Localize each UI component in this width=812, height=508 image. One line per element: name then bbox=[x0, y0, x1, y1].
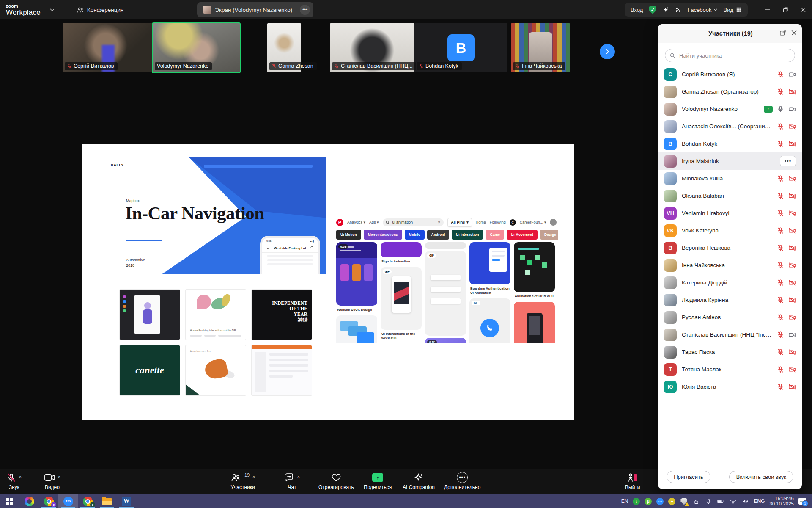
tag-pill-8[interactable]: Design bbox=[540, 230, 558, 240]
participant-row-5[interactable]: BBohdan Kotyk bbox=[658, 135, 802, 152]
profile-menu[interactable]: CareerFoun... ▾ bbox=[520, 220, 546, 224]
taskbar-explorer[interactable] bbox=[97, 494, 117, 508]
pin[interactable]: 0:12 bbox=[425, 338, 466, 343]
mic-tray-icon[interactable] bbox=[705, 497, 712, 505]
participant-search[interactable] bbox=[665, 49, 795, 62]
participant-row-12[interactable]: Інна Чайковська bbox=[658, 257, 802, 274]
ai-companion-button[interactable]: AI Companion bbox=[403, 472, 435, 490]
minimize-button[interactable] bbox=[759, 0, 776, 19]
download-tray-icon[interactable]: ↓ bbox=[633, 498, 640, 505]
pin[interactable] bbox=[514, 242, 555, 292]
notification-center-icon[interactable]: 1 bbox=[798, 497, 806, 505]
chevron-down-icon[interactable] bbox=[50, 7, 55, 12]
participant-row-16[interactable]: Станіслав Василішин (ННЦ "Інститут... bbox=[658, 326, 802, 343]
wifi-tray-icon[interactable] bbox=[729, 497, 737, 505]
tag-pill-3[interactable]: Mobile bbox=[405, 230, 425, 240]
analytics-menu[interactable]: Analytics ▾ bbox=[347, 220, 365, 224]
pinterest-logo-icon[interactable]: P bbox=[336, 219, 343, 226]
pin-title[interactable]: UI interactions of the week #98 bbox=[381, 332, 421, 340]
video-tile-6[interactable]: Інна Чайковська bbox=[511, 23, 570, 72]
participant-row-1[interactable]: CСергій Виткалов (Я) bbox=[658, 66, 802, 83]
leave-button[interactable]: Выйти bbox=[625, 472, 640, 490]
clock[interactable]: 16:09:46 30.10.2025 bbox=[769, 496, 794, 507]
close-panel-icon[interactable] bbox=[791, 30, 797, 37]
pin[interactable]: 0:08 bbox=[336, 242, 377, 306]
participant-row-8[interactable]: Oksana Balaban bbox=[658, 187, 802, 204]
tag-pill-7[interactable]: Ui Movement bbox=[507, 230, 538, 240]
facebook-menu[interactable]: Facebook bbox=[687, 7, 717, 13]
taskbar-zoom[interactable]: zm bbox=[58, 494, 78, 508]
all-pins-dropdown[interactable]: All Pins ▾ bbox=[447, 218, 472, 227]
participant-row-14[interactable]: Людмила Курінна bbox=[658, 291, 802, 309]
volume-tray-icon[interactable] bbox=[741, 497, 749, 505]
pin[interactable] bbox=[381, 242, 422, 257]
participant-row-2[interactable]: Ganna Zhosan (Организатор) bbox=[658, 83, 802, 100]
video-tile-1[interactable]: Сергій Виткалов bbox=[63, 23, 152, 72]
ads-menu[interactable]: Ads ▾ bbox=[369, 220, 379, 224]
zoom-tray-icon[interactable]: zm bbox=[656, 498, 664, 505]
pin-title[interactable]: Sign In Animation bbox=[381, 260, 421, 264]
tag-pill-1[interactable]: Ui Motion bbox=[336, 230, 361, 240]
tab-meeting[interactable]: Конференция bbox=[71, 2, 130, 17]
security-shield-icon[interactable]: ✓ bbox=[649, 6, 656, 14]
utorrent-tray-icon[interactable]: µ bbox=[645, 498, 652, 505]
battery-tray-icon[interactable] bbox=[717, 497, 724, 505]
video-tile-4[interactable]: Станіслав Василішин (ННЦ... bbox=[330, 23, 414, 72]
messages-icon[interactable] bbox=[550, 219, 557, 226]
popout-icon[interactable] bbox=[779, 29, 786, 38]
participant-row-11[interactable]: ВВероніка Пєшкова bbox=[658, 239, 802, 257]
chat-options-chevron[interactable]: ^ bbox=[297, 475, 300, 480]
participant-row-3[interactable]: Volodymyr Nazarenko↑ bbox=[658, 100, 802, 118]
usb-tray-icon[interactable] bbox=[692, 497, 700, 505]
react-button[interactable]: Отреагировать bbox=[318, 472, 354, 490]
tab-screen-share[interactable]: Экран (Volodymyr Nazarenko) ••• bbox=[197, 2, 313, 17]
next-participants-button[interactable] bbox=[600, 44, 615, 59]
participant-row-17[interactable]: Тарас Паска bbox=[658, 343, 802, 361]
pin[interactable] bbox=[425, 242, 466, 249]
participants-options-chevron[interactable]: ^ bbox=[252, 475, 255, 480]
participant-row-13[interactable]: Катерина Діордій bbox=[658, 274, 802, 291]
participant-row-7[interactable]: Minhalova Yuliia bbox=[658, 170, 802, 187]
tab-more-button[interactable]: ••• bbox=[300, 5, 310, 15]
defender-tray-icon[interactable] bbox=[680, 497, 688, 505]
participant-row-10[interactable]: VKVovk Kateryna bbox=[658, 222, 802, 239]
pin[interactable]: GIF bbox=[381, 267, 422, 330]
video-tile-3[interactable]: Ganna Zhosan bbox=[267, 23, 301, 72]
start-button[interactable] bbox=[0, 494, 19, 508]
plus-tray-icon[interactable]: + bbox=[668, 498, 675, 505]
language-indicator-short[interactable]: EN bbox=[621, 498, 628, 504]
following-link[interactable]: Following bbox=[490, 220, 506, 224]
sparkle-icon[interactable] bbox=[662, 6, 669, 13]
participant-row-18[interactable]: ТТетяна Маслак bbox=[658, 361, 802, 378]
tag-pill-5[interactable]: Ui Interaction bbox=[452, 230, 483, 240]
pinterest-search-input[interactable] bbox=[392, 220, 436, 225]
clear-search-icon[interactable]: ✕ bbox=[438, 220, 441, 224]
chat-button[interactable]: ^ Чат bbox=[284, 472, 300, 490]
video-options-chevron[interactable]: ^ bbox=[58, 475, 60, 480]
participant-row-4[interactable]: Анастасія Олексіїв... (Соорганизатор) bbox=[658, 118, 802, 135]
pin-title[interactable]: Website UI/UX Design bbox=[337, 308, 376, 312]
taskbar-chrome-2[interactable]: c bbox=[78, 494, 97, 508]
invite-button[interactable]: Пригласить bbox=[667, 471, 710, 483]
taskbar-browser-ring[interactable] bbox=[19, 494, 39, 508]
participant-search-input[interactable] bbox=[678, 52, 790, 59]
language-indicator[interactable]: ENG bbox=[754, 498, 765, 504]
pin[interactable] bbox=[514, 302, 555, 343]
video-button[interactable]: ^ Видео bbox=[44, 472, 60, 490]
share-screen-button[interactable]: ↑ Поделиться bbox=[364, 472, 392, 490]
pin[interactable] bbox=[469, 242, 510, 284]
participant-more-button[interactable]: ••• bbox=[780, 156, 796, 166]
pin-title[interactable]: Boardme Authentication UI Animation bbox=[470, 287, 510, 295]
pin[interactable]: GIF bbox=[469, 298, 510, 343]
audio-options-chevron[interactable]: ^ bbox=[19, 475, 22, 480]
participant-row-9[interactable]: VHVeniamin Hrabovyi bbox=[658, 204, 802, 222]
tag-pill-4[interactable]: Android bbox=[427, 230, 450, 240]
login-button[interactable]: Вход bbox=[631, 7, 643, 13]
pin[interactable] bbox=[336, 315, 377, 343]
restore-button[interactable] bbox=[776, 0, 794, 19]
profile-avatar[interactable]: C bbox=[510, 219, 516, 226]
video-tile-2[interactable]: Volodymyr Nazarenko bbox=[153, 23, 240, 72]
broadcast-icon[interactable] bbox=[675, 7, 681, 13]
tag-pill-2[interactable]: Microinteractions bbox=[364, 230, 402, 240]
participant-row-6[interactable]: Iryna Maistriuk••• bbox=[658, 152, 802, 170]
